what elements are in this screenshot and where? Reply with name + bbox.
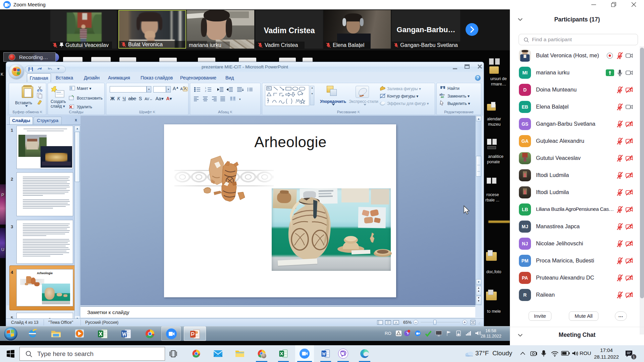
- svg-text:1: 1: [205, 87, 206, 89]
- svg-text:2: 2: [205, 90, 206, 92]
- svg-text:▾: ▾: [239, 98, 241, 101]
